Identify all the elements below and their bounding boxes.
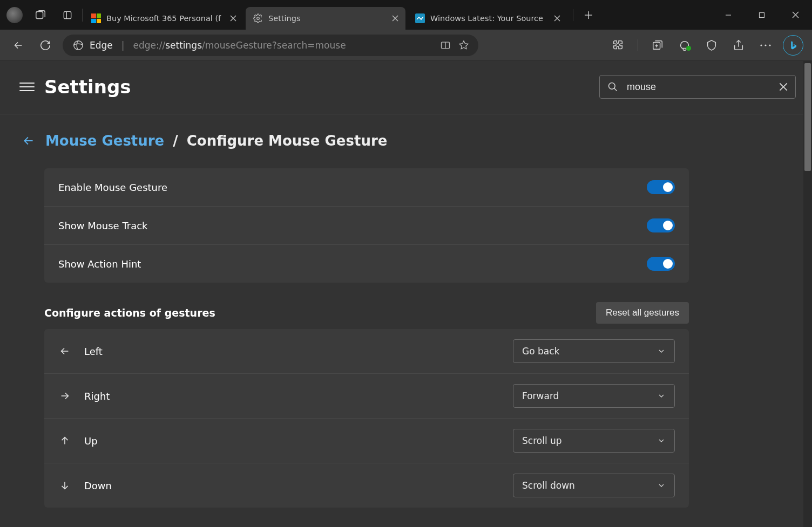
tab-ms365[interactable]: Buy Microsoft 365 Personal (f [84,7,243,30]
share-icon[interactable] [729,36,748,55]
toggle-switch[interactable] [647,218,675,232]
svg-rect-0 [36,11,43,18]
svg-rect-14 [760,12,764,17]
gesture-action-select[interactable]: Go back [513,339,675,363]
scrollbar-thumb[interactable] [804,63,811,171]
window-close-button[interactable] [779,0,812,30]
site-favicon-icon [415,13,425,23]
svg-line-29 [614,88,617,91]
toggle-row-enable: Enable Mouse Gesture [44,168,689,207]
arrow-up-icon [58,435,71,447]
breadcrumb-current: Configure Mouse Gesture [187,133,388,149]
gesture-label: Down [84,480,112,491]
chevron-down-icon [657,436,666,445]
extensions-icon[interactable] [608,36,628,55]
svg-point-25 [760,44,762,46]
svg-point-28 [609,83,615,90]
toggle-switch[interactable] [647,180,675,194]
gear-icon [253,13,263,23]
titlebar-divider [82,9,83,22]
address-bar[interactable]: Edge | edge://settings/mouseGesture?sear… [63,35,478,56]
gesture-action-select[interactable]: Scroll down [513,474,675,497]
svg-point-5 [257,17,260,20]
toggle-label: Show Mouse Track [58,220,148,231]
close-icon[interactable] [228,13,238,23]
minimize-button[interactable] [712,0,745,30]
gesture-label: Left [84,346,103,357]
clear-search-icon[interactable] [779,83,788,91]
menu-icon[interactable] [19,79,35,94]
svg-point-26 [764,44,766,46]
arrow-left-icon [58,345,71,357]
more-icon[interactable] [756,36,775,55]
gesture-row-down: Down Scroll down [44,463,689,508]
svg-point-23 [686,46,691,51]
search-icon [607,81,618,92]
window-controls [712,0,812,30]
arrow-down-icon [58,480,71,491]
microsoft-logo-icon [91,13,101,23]
profile-avatar[interactable] [6,7,23,23]
actions-section-header: Configure actions of gestures Reset all … [44,302,689,329]
tab-label: Buy Microsoft 365 Personal (f [106,14,223,23]
breadcrumb: Mouse Gesture / Configure Mouse Gesture [22,133,689,149]
maximize-button[interactable] [745,0,779,30]
gesture-action-select[interactable]: Scroll up [513,429,675,453]
url-text: edge://settings/mouseGesture?search=mous… [133,40,436,51]
section-title: Configure actions of gestures [44,307,215,319]
tab-strip: Buy Microsoft 365 Personal (f Settings W… [84,0,712,30]
gestures-panel: Left Go back Right Forward [44,329,689,508]
bing-chat-icon[interactable] [783,35,803,56]
new-tab-button[interactable] [580,6,597,24]
close-icon[interactable] [552,13,562,23]
tab-settings[interactable]: Settings [246,7,405,30]
svg-point-17 [74,40,83,50]
refresh-button[interactable] [36,36,55,55]
edge-icon [72,39,84,51]
tab-separator [573,9,573,21]
browser-toolbar: Edge | edge://settings/mouseGesture?sear… [0,30,812,61]
gesture-action-select[interactable]: Forward [513,384,675,408]
performance-icon[interactable] [675,36,694,55]
favorite-icon[interactable] [455,36,473,54]
titlebar: Buy Microsoft 365 Personal (f Settings W… [0,0,812,30]
chevron-down-icon [657,347,666,355]
svg-point-27 [769,44,770,46]
toolbar-separator [638,39,638,51]
gesture-label: Up [84,435,98,447]
settings-header: Settings [0,61,812,114]
browser-essentials-icon[interactable] [702,36,721,55]
toggle-row-track: Show Mouse Track [44,207,689,245]
toggle-row-hint: Show Action Hint [44,245,689,283]
split-screen-icon[interactable] [436,36,455,54]
gesture-label: Right [84,391,110,402]
toggle-label: Show Action Hint [58,258,141,270]
gesture-row-left: Left Go back [44,329,689,374]
tab-actions-icon[interactable] [62,9,73,21]
reset-gestures-button[interactable]: Reset all gestures [596,302,689,324]
chevron-down-icon [657,392,666,400]
gesture-row-right: Right Forward [44,374,689,419]
close-icon[interactable] [390,13,400,23]
toggle-label: Enable Mouse Gesture [58,182,167,193]
workspaces-icon[interactable] [35,9,46,21]
svg-rect-1 [64,11,71,18]
scrollbar[interactable] [803,61,812,527]
toggle-switch[interactable] [647,257,675,271]
chevron-down-icon [657,481,666,490]
tab-windowslatest[interactable]: Windows Latest: Your Source [408,7,567,30]
site-identity: Edge [90,40,113,51]
settings-page: Mouse Gesture / Configure Mouse Gesture … [0,114,713,508]
tab-label: Settings [268,14,385,23]
toggles-panel: Enable Mouse Gesture Show Mouse Track Sh… [44,168,689,283]
back-button[interactable] [9,36,28,55]
breadcrumb-parent[interactable]: Mouse Gesture [45,133,164,149]
page-title: Settings [44,76,131,98]
tab-label: Windows Latest: Your Source [430,14,547,23]
gesture-row-up: Up Scroll up [44,419,689,463]
collections-icon[interactable] [648,36,667,55]
breadcrumb-back-icon[interactable] [22,134,37,148]
settings-content: Settings Mouse Gesture / Configure Mouse… [0,61,812,527]
settings-search[interactable] [599,75,796,99]
search-input[interactable] [627,81,770,93]
